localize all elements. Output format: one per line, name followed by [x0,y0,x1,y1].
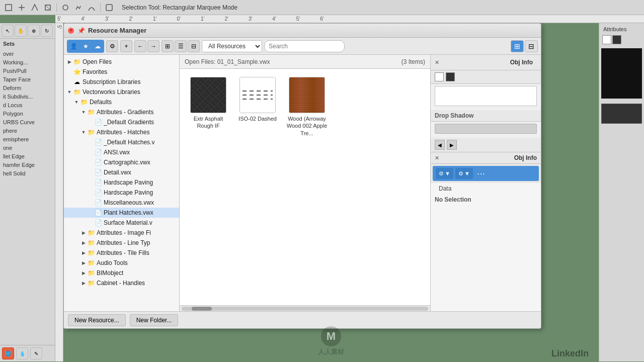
pencil-tool[interactable]: ✎ [30,347,42,359]
resource-item-dashed[interactable]: ISO-02 Dashed [235,75,280,139]
color-swatch-dark[interactable] [446,72,455,81]
canvas-area[interactable]: ✕ 📌 Resource Manager 👤 ★ ☁ ⚙ + ← → [63,23,599,361]
tree-icon-audio-tools: 📁 [87,259,95,267]
resource-item-asphalt[interactable]: Extr Asphalt Rough IF [186,75,231,139]
tool-item-polygon[interactable]: Polygon [1,110,54,118]
rm-list-view-btn[interactable]: ☰ [175,40,187,52]
tree-label-cabinet-handles: Cabinet - Handles [97,280,145,287]
tree-item-favorites[interactable]: ▶ ⭐ Favorites [64,67,179,77]
rm-split-view-btn[interactable]: ⊟ [188,40,200,52]
select-tool[interactable]: ↖ [2,25,14,37]
tool-item-cone[interactable]: one [1,144,54,152]
tree-item-attr-tile-fills[interactable]: ▶ 📁 Attributes - Tile Fills [64,248,179,258]
rm-hscroll[interactable] [180,305,430,311]
tree-item-audio-tools[interactable]: ▶ 📁 Audio Tools [64,258,179,268]
tree-item-subscription-libs[interactable]: ▶ ☁ Subscription Libraries [64,77,179,87]
rm-obj-info-close-icon[interactable]: ✕ [435,59,439,66]
tool-btn-8[interactable] [104,2,115,13]
tree-item-hardscape-2[interactable]: ▶ 📄 Hardscape Paving [64,188,179,198]
tool-btn-7[interactable] [86,2,97,13]
tree-item-cabinet-handles[interactable]: ▶ 📁 Cabinet - Handles [64,278,179,288]
tool-btn-5[interactable] [60,2,71,13]
rm-shadow-slider[interactable] [435,124,537,134]
tool-item-subdivs[interactable]: it Subdivis... [1,93,54,101]
rm-add-btn[interactable]: + [120,40,132,52]
rm-filter-dropdown[interactable]: All Resources [202,40,262,52]
tool-btn-6[interactable] [73,2,84,13]
tool-item-hemisphere[interactable]: emisphere [1,135,54,143]
rm-search-input[interactable] [264,40,345,52]
tool-item-shell-solid[interactable]: hell Solid [1,169,54,177]
rm-preview-btn-1[interactable]: ⚙ ▼ [436,168,453,179]
rm-star-btn[interactable]: ★ [80,41,91,52]
rm-hscroll-thumb[interactable] [192,307,212,311]
tool-item-push-pull[interactable]: Push/Pull [1,67,54,75]
tree-icon-detail: 📄 [94,168,102,176]
tool-btn-2[interactable] [16,2,27,13]
rm-grid-view-btn[interactable]: ⊞ [162,40,174,52]
tree-item-defaults[interactable]: ▼ 📁 Defaults [64,97,179,107]
tree-item-bimobject[interactable]: ▶ 📁 BIMobject [64,268,179,278]
tree-item-default-hatches[interactable]: ▶ 📄 _Default Hatches.v [64,137,179,147]
tool-btn-1[interactable] [3,2,14,13]
tree-item-attr-line-type[interactable]: ▶ 📁 Attributes - Line Typ [64,238,179,248]
svg-rect-6 [106,5,112,11]
tool-item-working[interactable]: Working... [1,58,54,66]
rm-close-button[interactable]: ✕ [68,28,74,34]
tool-item-taper-face[interactable]: Taper Face [1,75,54,83]
rm-preview-dots[interactable]: ⋯ [477,169,485,178]
new-folder-button[interactable]: New Folder... [130,314,179,326]
zoom-tool[interactable]: ⊕ [28,25,40,37]
paint-bucket-tool[interactable]: 🪣 [2,347,14,359]
tool-item-chamfer-edge[interactable]: hamfer Edge [1,161,54,169]
tree-item-cartographic[interactable]: ▶ 📄 Cartographic.vwx [64,157,179,167]
right-panel-swatch-dark[interactable] [612,35,621,44]
tree-item-hardscape-1[interactable]: ▶ 📄 Hardscape Paving [64,177,179,188]
tool-item-sphere[interactable]: phere [1,127,54,135]
tree-item-attr-hatches[interactable]: ▼ 📁 Attributes - Hatches [64,127,179,137]
resource-item-wood[interactable]: Wood (Arroway Wood 002 Apple Tre... [284,75,330,139]
rm-people-btn[interactable]: 👤 [68,41,79,52]
rm-arrow-right[interactable]: ▶ [447,140,457,150]
rotate-tool[interactable]: ↻ [41,25,53,37]
right-panel-preview-dark [601,104,642,124]
rm-pin-button[interactable]: 📌 [77,27,85,35]
tree-label-detail: Detail.vwx [104,169,131,176]
tool-item-nurbs[interactable]: URBS Curve [1,118,54,126]
rm-view-toggle-left[interactable]: ⊞ [511,40,524,52]
tool-item-deform[interactable]: Deform [1,84,54,92]
tool-item-over[interactable]: over [1,50,54,58]
tree-item-plant-hatches[interactable]: ▶ 📄 Plant Hatches.vwx [64,208,179,218]
tree-item-vw-libs[interactable]: ▼ 📁 Vectorworks Libraries [64,87,179,97]
tree-icon-attr-tile-fills: 📁 [87,249,95,257]
tree-icon-hardscape-2: 📄 [94,189,102,197]
tree-item-attr-image-fill[interactable]: ▶ 📁 Attributes - Image Fi [64,228,179,238]
eyedropper-tool[interactable]: 💧 [16,347,28,359]
rm-preview-btn-2[interactable]: ⚙ ▼ [455,168,473,179]
rm-cloud-btn[interactable]: ☁ [92,41,103,52]
tree-item-default-gradients[interactable]: ▶ 📄 _Default Gradients [64,117,179,127]
tool-item-locus[interactable]: d Locus [1,101,54,109]
rm-view-toggle-right[interactable]: ⊟ [525,40,538,52]
tool-item-fillet-edge[interactable]: llet Edge [1,152,54,160]
tree-item-attr-gradients[interactable]: ▼ 📁 Attributes - Gradients [64,107,179,117]
tree-item-detail[interactable]: ▶ 📄 Detail.vwx [64,167,179,177]
rm-obj-info-section-close[interactable]: ✕ [435,155,439,161]
rm-back-btn[interactable]: ← [134,40,146,52]
tree-item-surface-material[interactable]: ▶ 📄 Surface Material.v [64,218,179,228]
new-resource-button[interactable]: New Resource... [68,314,126,326]
right-panel-swatch-white[interactable] [602,35,611,44]
ruler-horizontal: 5' 4' 3' 2' 1' 0' 1' 2' 3' 4' 5' 6' [55,15,644,23]
tree-item-open-files[interactable]: ▶ 📁 Open Files [64,57,179,67]
tree-item-ansi[interactable]: ▶ 📄 ANSI.vwx [64,147,179,157]
pan-tool[interactable]: ✋ [15,25,27,37]
tree-item-miscellaneous[interactable]: ▶ 📄 Miscellaneous.vwx [64,198,179,208]
resource-thumb-dashed [239,77,276,113]
rm-arrow-left[interactable]: ◀ [435,140,445,150]
rm-settings-btn[interactable]: ⚙ [106,40,118,52]
rm-forward-btn[interactable]: → [147,40,159,52]
tool-btn-4[interactable] [42,2,53,13]
resource-manager-window: ✕ 📌 Resource Manager 👤 ★ ☁ ⚙ + ← → [63,23,541,329]
tool-btn-3[interactable] [29,2,40,13]
color-swatch-white[interactable] [435,72,444,81]
